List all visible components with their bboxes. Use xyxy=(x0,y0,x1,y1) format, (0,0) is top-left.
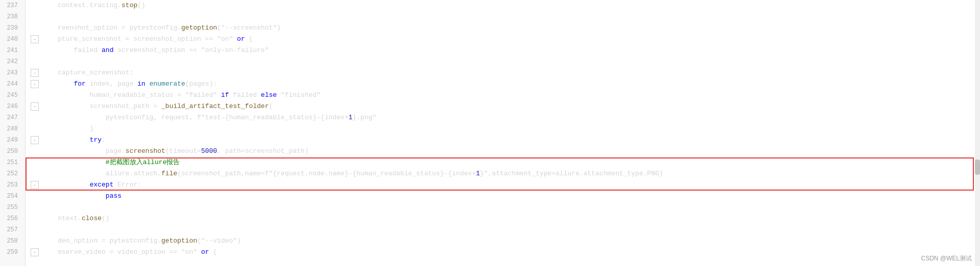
code-line: pass xyxy=(31,191,980,202)
scrollbar[interactable] xyxy=(975,0,980,266)
line-number: 242 xyxy=(4,56,21,67)
line-number: 246 xyxy=(4,101,21,112)
code-line xyxy=(31,56,980,67)
line-content: for index, page in enumerate(pages): xyxy=(40,78,217,90)
line-number: 245 xyxy=(4,90,21,101)
fold-icon[interactable]: - xyxy=(31,35,39,43)
code-line: failed and screenshot_option == "only-on… xyxy=(31,45,980,56)
fold-icon[interactable]: - xyxy=(31,69,39,77)
line-content: except Error: xyxy=(40,179,141,191)
line-content: page.screenshot(timeout=5000, path=scree… xyxy=(40,146,309,157)
line-content: pass xyxy=(40,191,121,202)
line-content: reenshot_option = pytestconfig.getoption… xyxy=(40,22,281,34)
code-line xyxy=(31,11,980,22)
line-number: 243 xyxy=(4,67,21,78)
fold-icon[interactable]: - xyxy=(31,181,39,189)
line-content: failed and screenshot_option == "only-on… xyxy=(40,45,269,56)
line-number: 237 xyxy=(4,0,21,11)
line-content: #把截图放入allure报告 xyxy=(40,157,180,168)
code-line: - try: xyxy=(31,135,980,146)
line-content: screenshot_path = _build_artifact_test_f… xyxy=(40,101,273,112)
line-content: pture_screenshot = screenshot_option == … xyxy=(40,34,253,45)
line-number: 258 xyxy=(4,235,21,247)
code-line: ntext.close() xyxy=(31,213,980,224)
line-content: ) xyxy=(40,123,93,135)
line-number: 238 xyxy=(4,11,21,22)
line-number: 240 xyxy=(4,34,21,45)
code-line: #把截图放入allure报告 xyxy=(31,157,980,168)
line-number: 256 xyxy=(4,213,21,224)
code-line: - screenshot_path = _build_artifact_test… xyxy=(31,101,980,112)
code-line xyxy=(31,202,980,213)
line-content: eserve_video = video_option == "on" or ( xyxy=(40,247,217,258)
fold-icon[interactable]: - xyxy=(31,248,39,256)
line-number: 241 xyxy=(4,45,21,56)
line-number: 257 xyxy=(4,224,21,235)
line-content: deo_option = pytestconfig.getoption("--v… xyxy=(40,235,241,247)
code-line: reenshot_option = pytestconfig.getoption… xyxy=(31,22,980,34)
line-numbers: 2372382392402412422432442452462472482492… xyxy=(0,0,26,266)
line-number: 253 xyxy=(4,179,21,191)
line-number: 248 xyxy=(4,123,21,135)
code-line: - except Error: xyxy=(31,179,980,191)
code-line: ) xyxy=(31,123,980,135)
code-line: - capture_screenshot: xyxy=(31,67,980,78)
line-number: 250 xyxy=(4,146,21,157)
code-line: page.screenshot(timeout=5000, path=scree… xyxy=(31,146,980,157)
line-number: 244 xyxy=(4,78,21,90)
code-line: - pture_screenshot = screenshot_option =… xyxy=(31,34,980,45)
line-number: 252 xyxy=(4,168,21,179)
code-line: - eserve_video = video_option == "on" or… xyxy=(31,247,980,258)
code-line: pytestconfig, request, f"test-{human_rea… xyxy=(31,112,980,123)
code-area[interactable]: context.tracing.stop() reenshot_option =… xyxy=(26,0,980,266)
line-number: 247 xyxy=(4,112,21,123)
scrollbar-thumb[interactable] xyxy=(975,159,980,175)
code-line: - for index, page in enumerate(pages): xyxy=(31,78,980,90)
line-content: context.tracing.stop() xyxy=(40,0,145,11)
code-line: deo_option = pytestconfig.getoption("--v… xyxy=(31,235,980,247)
watermark: CSDN @WEL测试 xyxy=(921,254,972,263)
fold-icon[interactable]: - xyxy=(31,80,39,88)
code-line: allure.attach.file(screenshot_path,name=… xyxy=(31,168,980,179)
line-content: capture_screenshot: xyxy=(40,67,133,78)
line-number: 239 xyxy=(4,22,21,34)
line-content: human_readable_status = "failed" if fail… xyxy=(40,90,321,101)
line-content: try: xyxy=(40,135,106,146)
line-content: pytestconfig, request, f"test-{human_rea… xyxy=(40,112,376,123)
code-line: context.tracing.stop() xyxy=(31,0,980,11)
line-number: 259 xyxy=(4,247,21,258)
code-editor: 2372382392402412422432442452462472482492… xyxy=(0,0,980,266)
fold-icon[interactable]: - xyxy=(31,102,39,111)
code-line xyxy=(31,224,980,235)
line-content: allure.attach.file(screenshot_path,name=… xyxy=(40,168,663,179)
fold-icon[interactable]: - xyxy=(31,136,39,144)
code-line: human_readable_status = "failed" if fail… xyxy=(31,90,980,101)
line-number: 255 xyxy=(4,202,21,213)
line-content: ntext.close() xyxy=(40,213,110,224)
line-number: 249 xyxy=(4,135,21,146)
line-number: 251 xyxy=(4,157,21,168)
line-number: 254 xyxy=(4,191,21,202)
